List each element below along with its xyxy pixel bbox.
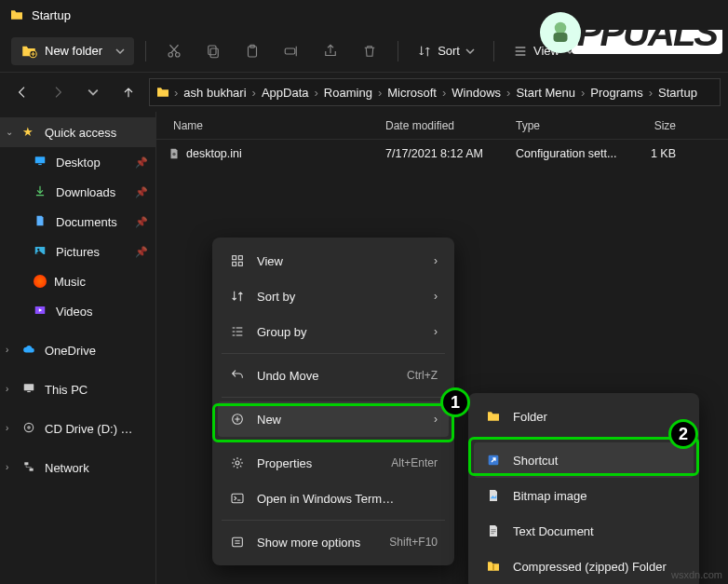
sidebar-item-this-pc[interactable]: › This PC (0, 374, 155, 404)
sort-button[interactable]: Sort (410, 38, 482, 64)
file-type: Configuration sett... (516, 147, 626, 160)
column-name[interactable]: Name (156, 119, 385, 132)
sidebar-item-documents[interactable]: Documents 📌 (0, 207, 155, 237)
network-icon (22, 460, 37, 475)
view-button[interactable]: View (506, 38, 582, 64)
forward-button[interactable] (43, 77, 73, 107)
more-options-icon (229, 535, 246, 550)
cloud-icon (22, 343, 37, 358)
undo-icon (229, 368, 246, 383)
sidebar-item-music[interactable]: Music (0, 266, 155, 296)
file-pane[interactable]: Name Date modified Type Size desktop.ini… (156, 112, 728, 584)
sidebar-item-desktop[interactable]: Desktop 📌 (0, 147, 155, 177)
crumb[interactable]: AppData (260, 86, 311, 100)
crumb[interactable]: Microsoft (385, 86, 438, 100)
paste-icon[interactable] (236, 34, 269, 68)
svg-rect-22 (24, 462, 28, 465)
chevron-right-icon[interactable]: › (6, 345, 8, 355)
sidebar-item-downloads[interactable]: Downloads 📌 (0, 177, 155, 207)
sidebar-item-label: Network (45, 461, 89, 475)
svg-rect-9 (285, 48, 295, 54)
ctxsub-text[interactable]: Text Document (474, 513, 694, 549)
ctx-view[interactable]: View › (218, 243, 449, 278)
videos-icon (34, 304, 48, 319)
ctxsub-zip[interactable]: Compressed (zipped) Folder (474, 549, 694, 584)
pin-icon: 📌 (135, 156, 148, 169)
crumb[interactable]: Programs (588, 86, 644, 100)
file-date: 7/17/2021 8:12 AM (385, 147, 516, 160)
sidebar-item-label: Documents (56, 215, 117, 229)
new-folder-button[interactable]: New folder (11, 37, 134, 65)
copy-icon[interactable] (196, 34, 230, 68)
svg-point-12 (608, 49, 611, 52)
chevron-right-icon: › (434, 325, 438, 338)
sidebar-item-cd-drive[interactable]: › CD Drive (D:) Virtual (0, 414, 155, 443)
folder-icon (9, 7, 24, 22)
crumb[interactable]: Windows (450, 86, 503, 100)
column-date[interactable]: Date modified (385, 119, 516, 132)
annotation-badge-2: 2 (668, 419, 698, 449)
rename-icon[interactable] (275, 34, 308, 68)
pictures-icon (34, 244, 48, 259)
document-icon (34, 214, 48, 229)
more-button[interactable] (587, 36, 621, 66)
crumb[interactable]: Roaming (322, 86, 374, 100)
svg-rect-28 (238, 262, 242, 265)
svg-rect-5 (210, 48, 218, 58)
pin-icon: 📌 (135, 186, 148, 198)
download-icon (34, 184, 48, 199)
back-button[interactable] (7, 77, 37, 107)
svg-rect-6 (209, 46, 216, 55)
recent-button[interactable] (78, 77, 108, 107)
column-type[interactable]: Type (516, 119, 626, 132)
svg-point-16 (37, 249, 39, 251)
chevron-right-icon[interactable]: › (6, 423, 8, 433)
sidebar-item-label: Videos (56, 305, 93, 319)
pin-icon: 📌 (135, 216, 148, 228)
ctx-show-more[interactable]: Show more options Shift+F10 (218, 524, 449, 560)
up-button[interactable] (114, 77, 143, 107)
annotation-frame-1 (212, 403, 454, 442)
svg-point-11 (603, 49, 606, 52)
ctx-undo[interactable]: Undo Move Ctrl+Z (218, 358, 449, 393)
ctx-properties[interactable]: Properties Alt+Enter (218, 445, 449, 481)
column-headers[interactable]: Name Date modified Type Size (156, 112, 728, 140)
sidebar-item-label: Desktop (56, 156, 101, 170)
breadcrumb[interactable]: › ash bukhari› AppData› Roaming› Microso… (149, 78, 721, 106)
sidebar-item-label: Pictures (56, 245, 100, 259)
sidebar-item-pictures[interactable]: Pictures 📌 (0, 237, 155, 266)
music-icon (34, 275, 47, 288)
sidebar-item-onedrive[interactable]: › OneDrive (0, 335, 155, 365)
titlebar: Startup (0, 0, 728, 30)
sidebar-item-network[interactable]: › Network (0, 453, 155, 482)
group-icon (229, 324, 246, 339)
share-icon[interactable] (314, 34, 347, 68)
ctxsub-bitmap[interactable]: Bitmap image (474, 478, 694, 513)
delete-icon[interactable] (353, 34, 386, 68)
navbar: › ash bukhari› AppData› Roaming› Microso… (0, 73, 728, 112)
sidebar-item-quick-access[interactable]: ⌄ ★ Quick access (0, 117, 155, 147)
chevron-right-icon[interactable]: › (6, 384, 8, 394)
window-title: Startup (32, 8, 71, 22)
svg-point-30 (236, 461, 239, 465)
ctx-sort-by[interactable]: Sort by › (218, 278, 449, 314)
svg-rect-18 (24, 384, 34, 390)
svg-rect-34 (492, 564, 493, 570)
sidebar-item-label: Downloads (56, 185, 115, 199)
sidebar-item-videos[interactable]: Videos (0, 296, 155, 326)
folder-icon (485, 409, 502, 424)
crumb[interactable]: ash bukhari (182, 86, 248, 100)
sidebar: ⌄ ★ Quick access Desktop 📌 Downloads 📌 D… (0, 112, 156, 584)
ctx-group-by[interactable]: Group by › (218, 314, 449, 349)
ctxsub-folder[interactable]: Folder (474, 399, 694, 434)
chevron-right-icon[interactable]: › (6, 462, 8, 472)
crumb[interactable]: Startup (656, 86, 699, 100)
crumb[interactable]: Start Menu (514, 86, 577, 100)
annotation-frame-2 (468, 437, 699, 476)
cut-icon[interactable] (157, 34, 191, 68)
ctx-open-terminal[interactable]: Open in Windows Terminal (218, 481, 449, 516)
svg-rect-27 (233, 262, 236, 265)
column-size[interactable]: Size (626, 119, 681, 132)
chevron-down-icon[interactable]: ⌄ (6, 127, 13, 137)
file-row[interactable]: desktop.ini 7/17/2021 8:12 AM Configurat… (156, 140, 728, 168)
